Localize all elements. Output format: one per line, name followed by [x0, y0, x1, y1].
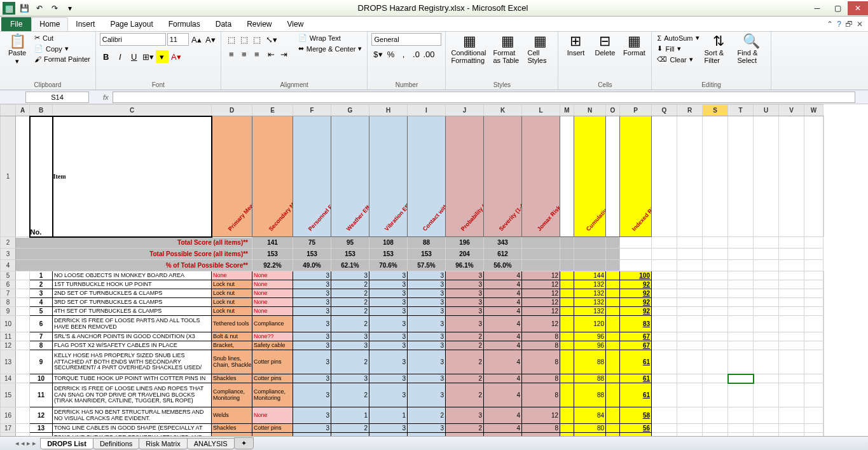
cell-R7[interactable]: [703, 289, 728, 298]
cell-h-12[interactable]: 3: [369, 341, 408, 350]
cell-Q6[interactable]: [677, 280, 703, 289]
cell-d-16[interactable]: Welds: [212, 407, 252, 424]
row-header-3[interactable]: 3: [1, 249, 16, 260]
cell-V5[interactable]: [804, 271, 823, 280]
cell-W6[interactable]: [823, 280, 824, 289]
cell-T15[interactable]: [754, 383, 779, 407]
cell-i-16[interactable]: 2: [408, 407, 446, 424]
cell-S9[interactable]: [728, 307, 754, 316]
cell-l-13[interactable]: 8: [522, 350, 560, 374]
col-header-corner[interactable]: [1, 105, 16, 116]
grow-font-button[interactable]: A▴: [190, 33, 203, 46]
cell-n-10[interactable]: 120: [574, 316, 606, 332]
cell-e-11[interactable]: None??: [252, 332, 293, 341]
cell-n-5[interactable]: 144: [574, 271, 606, 280]
cell-Q7[interactable]: [677, 289, 703, 298]
cell-g-14[interactable]: 3: [331, 374, 369, 383]
summary-r4-1[interactable]: 49.0%: [293, 260, 331, 271]
cell-T5[interactable]: [754, 271, 779, 280]
summary-r2-6[interactable]: 343: [484, 237, 522, 249]
cell-d-9[interactable]: Lock nut: [212, 307, 252, 316]
cell-h-15[interactable]: 3: [369, 383, 408, 407]
cell-P13[interactable]: [652, 350, 677, 374]
cell-f-17[interactable]: 3: [293, 424, 331, 433]
cell-item-17[interactable]: TONG LINE CABLES IN GOOD SHAPE (ESPECIAL…: [53, 424, 212, 433]
cell-e-13[interactable]: Cotter pins: [252, 350, 293, 374]
underline-button[interactable]: U: [128, 50, 141, 63]
col-header-M[interactable]: M: [560, 105, 574, 116]
cell-P15[interactable]: [652, 383, 677, 407]
summary-r3-1[interactable]: 153: [293, 249, 331, 260]
font-color-button[interactable]: A▾: [170, 50, 183, 63]
row-header-13[interactable]: 13: [1, 350, 16, 374]
border-button[interactable]: ⊞▾: [142, 50, 155, 63]
cell-no-9[interactable]: 5: [30, 307, 53, 316]
col-header-E[interactable]: E: [252, 105, 293, 116]
cell-h-16[interactable]: 1: [369, 407, 408, 424]
cell-g-15[interactable]: 2: [331, 383, 369, 407]
format-as-table-button[interactable]: ▦Format as Table: [492, 33, 523, 65]
italic-button[interactable]: I: [114, 50, 127, 63]
cell-no-11[interactable]: 7: [30, 332, 53, 341]
find-select-button[interactable]: 🔍Find & Select: [736, 33, 767, 65]
cell-i-6[interactable]: 3: [408, 280, 446, 289]
autosum-button[interactable]: Σ AutoSum ▾: [656, 33, 700, 43]
cell-d-13[interactable]: Snub lines, Chain, Shackle: [212, 350, 252, 374]
cell-j-14[interactable]: 2: [446, 374, 484, 383]
cell-l-8[interactable]: 12: [522, 298, 560, 307]
cell-g-7[interactable]: 2: [331, 289, 369, 298]
cell-n-8[interactable]: 132: [574, 298, 606, 307]
format-painter-button[interactable]: 🖌 Format Painter: [33, 55, 92, 64]
cell-p-14[interactable]: 61: [620, 374, 652, 383]
summary-r2-0[interactable]: 141: [252, 237, 293, 249]
cell-k-12[interactable]: 4: [484, 341, 522, 350]
cell-h-7[interactable]: 3: [369, 289, 408, 298]
cell-Q8[interactable]: [677, 298, 703, 307]
cell-f-14[interactable]: 3: [293, 374, 331, 383]
cell-i-14[interactable]: 3: [408, 374, 446, 383]
cell-item-7[interactable]: 2ND SET OF TURNBUCKLES & CLAMPS: [53, 289, 212, 298]
cell-e-17[interactable]: Cotter pins: [252, 424, 293, 433]
cell-f-5[interactable]: 3: [293, 271, 331, 280]
align-left[interactable]: ≡: [225, 48, 238, 60]
cell-S13[interactable]: [728, 350, 754, 374]
cell-no-6[interactable]: 2: [30, 280, 53, 289]
cell-e-5[interactable]: None: [252, 271, 293, 280]
cell-no-10[interactable]: 6: [30, 316, 53, 332]
cell-R11[interactable]: [703, 332, 728, 341]
tab-formulas[interactable]: Formulas: [161, 18, 208, 31]
cell-S15[interactable]: [728, 383, 754, 407]
summary-r2-1[interactable]: 75: [293, 237, 331, 249]
col-header-B[interactable]: B: [30, 105, 53, 116]
cell-V11[interactable]: [804, 332, 823, 341]
cell-j-16[interactable]: 3: [446, 407, 484, 424]
cell-S8[interactable]: [728, 298, 754, 307]
cell-V17[interactable]: [804, 424, 823, 433]
col-header-F[interactable]: F: [293, 105, 331, 116]
summary-r4-3[interactable]: 70.6%: [369, 260, 408, 271]
bold-button[interactable]: B: [100, 50, 113, 63]
summary-r3-5[interactable]: 204: [446, 249, 484, 260]
col-header-O[interactable]: O: [606, 105, 620, 116]
cell-i-15[interactable]: 3: [408, 383, 446, 407]
cell-n-11[interactable]: 96: [574, 332, 606, 341]
cell-h-6[interactable]: 3: [369, 280, 408, 289]
cell-f-7[interactable]: 3: [293, 289, 331, 298]
cell-R8[interactable]: [703, 298, 728, 307]
cell-V15[interactable]: [804, 383, 823, 407]
cell-e-14[interactable]: Cotter pins: [252, 374, 293, 383]
cell-e-8[interactable]: None: [252, 298, 293, 307]
cell-U10[interactable]: [779, 316, 804, 332]
cell-no-12[interactable]: 8: [30, 341, 53, 350]
cell-item-5[interactable]: NO LOOSE OBJECTS IN MONKEY BOARD AREA: [53, 271, 212, 280]
cell-W16[interactable]: [823, 407, 824, 424]
cell-W17[interactable]: [823, 424, 824, 433]
cell-styles-button[interactable]: ▦Cell Styles: [526, 33, 554, 65]
fill-button[interactable]: ⬇ Fill ▾: [656, 44, 700, 53]
cell-S16[interactable]: [728, 407, 754, 424]
cell-V6[interactable]: [804, 280, 823, 289]
row-header-17[interactable]: 17: [1, 424, 16, 433]
cell-i-8[interactable]: 3: [408, 298, 446, 307]
cell-R14[interactable]: [703, 374, 728, 383]
summary-r4-2[interactable]: 62.1%: [331, 260, 369, 271]
